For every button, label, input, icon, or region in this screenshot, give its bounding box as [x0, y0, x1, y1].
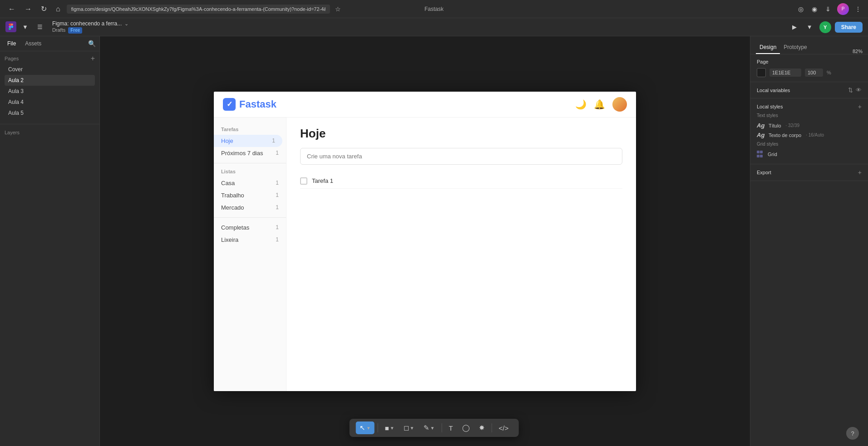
- ellipse-icon: ◯: [462, 424, 470, 432]
- extensions-icon[interactable]: ◎: [796, 5, 805, 14]
- chevron-icon: ⌄: [124, 21, 128, 27]
- select-icon: ↖: [360, 424, 365, 432]
- search-button[interactable]: 🔍: [88, 39, 96, 48]
- export-title: Export: [757, 170, 771, 175]
- tab-file[interactable]: File: [4, 39, 20, 48]
- figma-plugin-icon[interactable]: ◉: [810, 5, 819, 14]
- task-checkbox-0[interactable]: [300, 177, 307, 185]
- shape-icon: ◻: [404, 424, 409, 432]
- sidebar-item-casa[interactable]: Casa 1: [214, 177, 286, 189]
- page-item-aula4[interactable]: Aula 4: [5, 97, 95, 108]
- eye-icon[interactable]: 👁: [856, 87, 862, 93]
- dark-mode-icon[interactable]: 🌙: [575, 99, 587, 110]
- app-body: Tarefas Hoje 1 Próximos 7 dias 1 Listas: [214, 118, 636, 391]
- app-logo-text: Fastask: [239, 98, 276, 110]
- local-variables-section: Local variables ⇅ 👁: [750, 82, 868, 98]
- style-detail-titulo: · 32/39: [786, 123, 800, 128]
- page-section-title: Page: [757, 59, 769, 64]
- home-button[interactable]: ⌂: [53, 4, 63, 14]
- tab-prototype[interactable]: Prototype: [780, 40, 810, 54]
- download-icon[interactable]: ⇓: [824, 5, 833, 14]
- user-avatar-app[interactable]: [612, 97, 627, 112]
- play-button[interactable]: ▶: [789, 22, 800, 32]
- main-menu-button[interactable]: ▼: [19, 22, 31, 32]
- browser-profile[interactable]: P: [837, 3, 849, 15]
- add-page-button[interactable]: +: [91, 55, 95, 62]
- page-section-header: Page: [757, 59, 862, 64]
- page-opacity-input[interactable]: [805, 69, 823, 77]
- user-avatar-y[interactable]: Y: [819, 21, 831, 33]
- url-bar[interactable]: [67, 5, 330, 14]
- reload-button[interactable]: ↻: [38, 4, 49, 14]
- page-color-hex-input[interactable]: [769, 69, 801, 77]
- main-title: Hoje: [300, 127, 622, 141]
- style-item-texto-corpo[interactable]: Ag Texto de corpo · 16/Auto: [757, 130, 862, 140]
- sidebar-item-lixeira[interactable]: Lixeira 1: [214, 234, 286, 246]
- tab-design[interactable]: Design: [756, 40, 780, 54]
- page-bg-row: %: [757, 68, 862, 77]
- page-item-aula5[interactable]: Aula 5: [5, 108, 95, 118]
- component-icon: ✸: [479, 424, 485, 432]
- export-header: Export +: [757, 169, 862, 176]
- notifications-icon[interactable]: 🔔: [594, 99, 605, 110]
- file-name[interactable]: Figma: conhecendo a ferra...: [52, 20, 122, 27]
- forward-button[interactable]: →: [22, 4, 35, 14]
- tool-text[interactable]: T: [445, 422, 456, 434]
- app-sidebar: Tarefas Hoje 1 Próximos 7 dias 1 Listas: [214, 118, 286, 391]
- figma-logo[interactable]: [5, 21, 16, 32]
- grid-icon: [757, 151, 764, 158]
- new-task-input[interactable]: [300, 148, 622, 165]
- tool-select[interactable]: ↖ ▼: [356, 421, 375, 434]
- menu-icon[interactable]: ⋮: [853, 5, 863, 14]
- export-section: Export +: [750, 164, 868, 181]
- figma-toolbar-right: ▶ ▼ Y Share: [789, 21, 863, 33]
- add-local-style-button[interactable]: +: [858, 103, 862, 110]
- pages-title: Pages: [5, 56, 19, 61]
- style-item-titulo[interactable]: Ag Título · 32/39: [757, 121, 862, 130]
- back-button[interactable]: ←: [5, 4, 18, 14]
- style-name-titulo: Título: [769, 123, 781, 128]
- tool-pen[interactable]: ✎ ▼: [420, 421, 439, 434]
- page-section: Page %: [750, 54, 868, 82]
- sidebar-toggle-button[interactable]: ☰: [34, 22, 46, 32]
- sidebar-item-hoje[interactable]: Hoje 1: [214, 135, 282, 147]
- code-icon: </>: [499, 424, 509, 432]
- pen-icon: ✎: [424, 424, 429, 432]
- tool-code[interactable]: </>: [495, 422, 513, 434]
- toolbar-divider-1: [378, 423, 378, 432]
- page-item-cover[interactable]: Cover: [5, 64, 95, 75]
- tool-shape[interactable]: ◻ ▼: [400, 421, 418, 434]
- main-layout: File Assets 🔍 Pages + Cover Aula 2 Aula …: [0, 36, 868, 446]
- toolbar-divider-2: [441, 423, 442, 432]
- tool-frame[interactable]: ■ ▼: [381, 422, 398, 434]
- layers-title: Layers: [5, 128, 20, 137]
- design-frame: ✓ Fastask 🌙 🔔 Tarefas: [214, 92, 636, 391]
- zoom-level[interactable]: 82%: [853, 49, 863, 54]
- figma-toolbar-left: ▼ ☰ Figma: conhecendo a ferra... ⌄ Draft…: [5, 20, 128, 33]
- play-dropdown-button[interactable]: ▼: [804, 22, 816, 32]
- sidebar-item-proximos[interactable]: Próximos 7 dias 1: [214, 147, 286, 159]
- page-item-aula3[interactable]: Aula 3: [5, 86, 95, 97]
- tab-title: Fastask: [424, 6, 444, 12]
- page-item-aula2[interactable]: Aula 2: [5, 75, 95, 86]
- sidebar-item-trabalho[interactable]: Trabalho 1: [214, 189, 286, 201]
- sidebar-item-completas[interactable]: Completas 1: [214, 221, 286, 234]
- style-item-grid[interactable]: Grid: [757, 149, 862, 159]
- bookmark-icon[interactable]: ☆: [334, 5, 343, 14]
- help-button[interactable]: ?: [846, 427, 859, 440]
- tool-ellipse[interactable]: ◯: [459, 421, 473, 434]
- text-icon: T: [449, 424, 453, 432]
- tab-assets[interactable]: Assets: [21, 39, 45, 48]
- listas-label: Listas: [214, 167, 286, 177]
- tool-component[interactable]: ✸: [475, 421, 488, 434]
- style-name-corpo: Texto de corpo: [769, 132, 801, 138]
- add-export-button[interactable]: +: [858, 169, 862, 176]
- tarefas-label: Tarefas: [214, 125, 286, 135]
- right-panel-tabs: Design Prototype 82%: [750, 36, 868, 54]
- sort-icon[interactable]: ⇅: [848, 87, 853, 93]
- pages-header: Pages +: [5, 55, 95, 62]
- page-color-swatch[interactable]: [757, 68, 766, 77]
- panel-tabs: File Assets 🔍: [0, 36, 99, 51]
- sidebar-item-mercado[interactable]: Mercado 1: [214, 201, 286, 214]
- share-button[interactable]: Share: [835, 22, 863, 33]
